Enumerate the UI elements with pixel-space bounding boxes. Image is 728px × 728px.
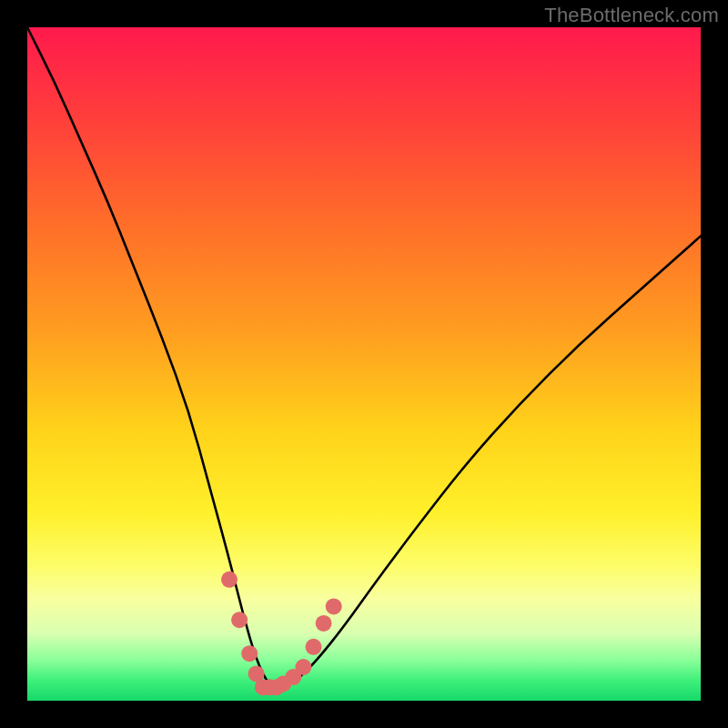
highlight-markers xyxy=(221,571,342,695)
marker-point xyxy=(221,571,238,588)
marker-point xyxy=(241,645,258,662)
marker-point xyxy=(316,615,332,632)
plot-area xyxy=(27,27,701,701)
marker-point xyxy=(231,612,248,628)
marker-point xyxy=(295,659,311,675)
marker-point xyxy=(306,639,322,655)
curve-layer xyxy=(27,27,701,701)
marker-point xyxy=(326,598,342,614)
bottleneck-curve xyxy=(27,27,701,687)
watermark-text: TheBottleneck.com xyxy=(544,4,719,27)
chart-frame: TheBottleneck.com xyxy=(0,0,728,728)
